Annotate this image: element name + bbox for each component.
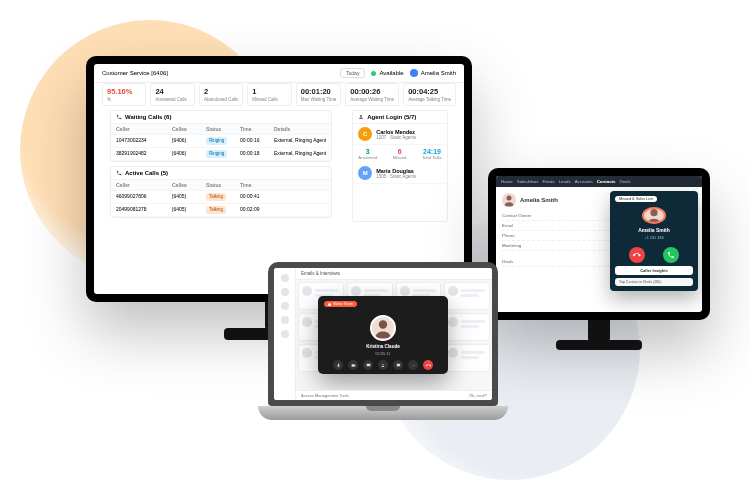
svg-point-0 (360, 115, 362, 117)
crm-tabs: Home SalesInbox Feeds Leads Accounts Con… (496, 176, 702, 187)
agent-stats: 3Answered 6Missed 24:19Total Talks (353, 145, 447, 163)
phone-down-icon (426, 363, 431, 368)
tab-salesinbox[interactable]: SalesInbox (517, 179, 539, 184)
people-icon (381, 363, 386, 368)
waiting-calls-panel: Waiting Calls (6) Caller Callee Status T… (110, 110, 332, 162)
active-speaker-overlay: Video Team Kristina Claude 02:05:11 (318, 296, 448, 374)
tab-contacts[interactable]: Contacts (597, 179, 616, 184)
svg-point-3 (411, 365, 412, 366)
video-icon (351, 363, 356, 368)
phone-icon (116, 114, 122, 120)
tab-home[interactable]: Home (501, 179, 513, 184)
svg-point-2 (382, 364, 383, 365)
tab-feeds[interactable]: Feeds (542, 179, 554, 184)
mic-icon (336, 363, 341, 368)
kpi-card: 95.16%% (102, 83, 146, 106)
share-button[interactable] (363, 360, 373, 370)
more-button[interactable] (408, 360, 418, 370)
caller-number: +1 181 338 (644, 236, 663, 240)
active-calls-panel: Active Calls (5) Caller Callee Status Ti… (110, 166, 332, 218)
agent-row[interactable]: M Maria Douglas1505 · Static Agents (353, 163, 447, 184)
phone-icon (116, 170, 122, 176)
meeting-sidebar (274, 268, 296, 400)
chat-icon (396, 363, 401, 368)
tab-accounts[interactable]: Accounts (575, 179, 593, 184)
status-badge: Ringing (206, 150, 227, 158)
dots-icon (411, 363, 416, 368)
screen-icon (366, 363, 371, 368)
agent-row[interactable]: C Carlos Mendez1207 · Static Agents (353, 124, 447, 145)
participant-tile[interactable] (444, 344, 490, 372)
kpi-row: 95.16%% 24Answered Calls 2Abandoned Call… (94, 83, 464, 110)
dashboard-header: Customer Service [6406] Today Available … (94, 64, 464, 83)
decline-button[interactable] (629, 247, 645, 263)
tab-leads[interactable]: Leads (559, 179, 571, 184)
availability-status[interactable]: Available (371, 70, 403, 76)
table-row[interactable]: 10473002234 [6406] Ringing 00:00:16 Exte… (111, 135, 331, 148)
svg-point-4 (413, 365, 414, 366)
meeting-footer: Access Management Tools Ok, cool!!! (296, 390, 492, 400)
caller-avatar (642, 207, 666, 224)
agent-avatar: C (358, 127, 372, 141)
speaker-name: Kristina Claude (366, 344, 400, 349)
kpi-card: 24Answered Calls (150, 83, 194, 106)
mute-button[interactable] (333, 360, 343, 370)
caller-insight-item: Top Contact in Deals (10k) (615, 278, 693, 286)
incoming-call-popup: Missed & Sales Line Amelia Smith +1 181 … (610, 191, 698, 291)
status-badge: Talking (206, 193, 226, 201)
monitor-crm: Home SalesInbox Feeds Leads Accounts Con… (488, 168, 710, 320)
avatar-icon (410, 69, 418, 77)
participants-button[interactable] (378, 360, 388, 370)
kpi-card: 00:00:26Average Waiting Time (345, 83, 399, 106)
status-badge: Talking (206, 206, 226, 214)
participant-tile[interactable] (444, 313, 490, 341)
meeting-header: Emails & Interviews (296, 268, 492, 280)
period-selector[interactable]: Today (340, 68, 365, 78)
queue-title: Customer Service [6406] (102, 70, 168, 76)
tab-deals[interactable]: Deals (619, 179, 630, 184)
table-row[interactable]: 20499081278 [6405] Talking 00:02:09 (111, 204, 331, 217)
phone-down-icon (633, 251, 641, 259)
caller-insights-header: Caller Insights (615, 266, 693, 275)
contact-name: Amelia Smith (520, 197, 558, 203)
video-button[interactable] (348, 360, 358, 370)
svg-rect-1 (366, 363, 370, 366)
speaker-avatar (370, 315, 396, 341)
kpi-card: 00:04:25Average Talking Time (403, 83, 456, 106)
current-user-chip[interactable]: Amelia Smith (410, 69, 456, 77)
chat-button[interactable] (393, 360, 403, 370)
participant-tile[interactable] (444, 282, 490, 310)
call-source-chip: Missed & Sales Line (615, 196, 657, 202)
team-chip: Video Team (324, 301, 357, 307)
user-icon (358, 114, 364, 120)
phone-icon (667, 251, 675, 259)
accept-button[interactable] (663, 247, 679, 263)
end-call-button[interactable] (423, 360, 433, 370)
agent-login-panel: Agent Login (5/7) C Carlos Mendez1207 · … (352, 110, 448, 222)
status-badge: Ringing (206, 137, 227, 145)
svg-point-5 (414, 365, 415, 366)
table-row[interactable]: 46099027806 [6405] Talking 00:00:41 (111, 191, 331, 204)
kpi-card: 1Missed Calls (247, 83, 291, 106)
laptop-meeting: Emails & Interviews Vi (268, 262, 498, 420)
caller-name: Amelia Smith (638, 227, 670, 233)
kpi-card: 2Abandoned Calls (199, 83, 243, 106)
table-row[interactable]: 38291902482 [6406] Ringing 00:00:18 Exte… (111, 148, 331, 161)
call-timer: 02:05:11 (376, 352, 391, 356)
kpi-card: 00:01:20Max Waiting Time (296, 83, 342, 106)
contact-avatar (502, 193, 516, 207)
agent-avatar: M (358, 166, 372, 180)
